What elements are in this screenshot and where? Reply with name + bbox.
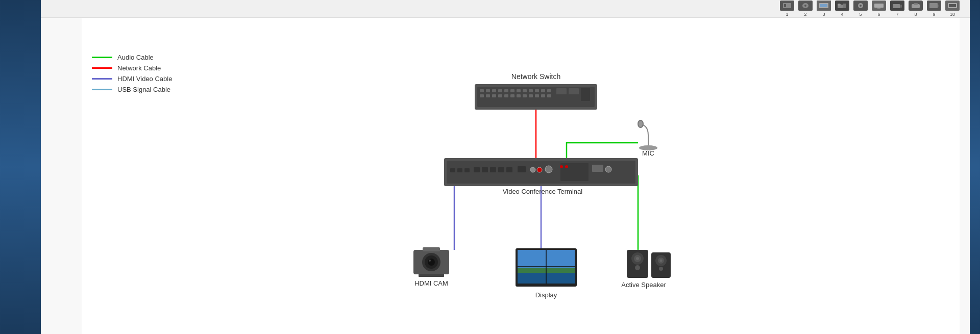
svg-rect-60 bbox=[560, 163, 589, 181]
device-icon-1[interactable]: 1 bbox=[780, 1, 794, 17]
diagram-svg: Network Switch MIC bbox=[82, 18, 960, 334]
svg-point-3 bbox=[804, 5, 806, 7]
cam-lens-reflection bbox=[429, 260, 431, 262]
svg-rect-54 bbox=[498, 167, 504, 172]
device-icon-6[interactable]: 6 bbox=[872, 1, 886, 17]
svg-rect-52 bbox=[482, 167, 488, 172]
svg-point-57 bbox=[530, 167, 535, 172]
svg-rect-51 bbox=[474, 167, 480, 172]
speaker-right-dustcap bbox=[660, 260, 663, 262]
svg-rect-45 bbox=[556, 88, 567, 94]
svg-rect-1 bbox=[784, 4, 786, 7]
network-switch-label: Network Switch bbox=[511, 72, 560, 81]
svg-rect-39 bbox=[517, 94, 521, 97]
svg-rect-46 bbox=[569, 88, 579, 94]
vct-label: Video Conference Terminal bbox=[503, 188, 582, 195]
svg-rect-63 bbox=[592, 165, 603, 172]
device-icon-2[interactable]: 2 bbox=[798, 1, 813, 17]
svg-rect-32 bbox=[547, 89, 551, 92]
svg-rect-5 bbox=[820, 4, 827, 7]
svg-rect-36 bbox=[498, 94, 502, 97]
svg-rect-14 bbox=[900, 5, 902, 8]
main-content: 1 2 3 4 bbox=[41, 0, 970, 334]
svg-rect-15 bbox=[912, 4, 920, 8]
cam-lens-inner bbox=[428, 259, 435, 266]
svg-rect-42 bbox=[535, 94, 539, 97]
svg-rect-12 bbox=[877, 8, 880, 9]
speaker-left-dustcap bbox=[636, 257, 639, 260]
mic-label: MIC bbox=[642, 149, 654, 157]
svg-rect-35 bbox=[492, 94, 496, 97]
svg-rect-26 bbox=[510, 89, 514, 92]
audio-speaker-line bbox=[607, 176, 638, 252]
svg-rect-37 bbox=[504, 94, 508, 97]
diagram-area: Audio Cable Network Cable HDMI Video Cab… bbox=[82, 18, 960, 334]
svg-rect-41 bbox=[529, 94, 533, 97]
speaker-left-tweeter bbox=[635, 265, 640, 270]
svg-rect-17 bbox=[929, 3, 938, 8]
svg-point-64 bbox=[605, 166, 611, 172]
svg-rect-34 bbox=[486, 94, 490, 97]
svg-point-10 bbox=[860, 5, 862, 7]
device-icon-3[interactable]: 3 bbox=[817, 1, 831, 17]
svg-rect-40 bbox=[523, 94, 527, 97]
svg-rect-29 bbox=[529, 89, 533, 92]
svg-rect-7 bbox=[843, 4, 846, 8]
svg-point-58 bbox=[537, 167, 542, 172]
svg-point-61 bbox=[560, 165, 563, 168]
svg-rect-43 bbox=[541, 94, 545, 97]
device-icon-9[interactable]: 9 bbox=[927, 1, 941, 17]
cam-base bbox=[419, 274, 444, 277]
device-icon-7[interactable]: 7 bbox=[890, 1, 904, 17]
svg-rect-31 bbox=[541, 89, 545, 92]
svg-rect-28 bbox=[523, 89, 527, 92]
svg-rect-53 bbox=[490, 167, 496, 172]
speaker-right-tweeter bbox=[659, 267, 663, 271]
svg-rect-50 bbox=[464, 168, 470, 172]
device-icon-8[interactable]: 8 bbox=[909, 1, 923, 17]
svg-rect-44 bbox=[547, 94, 551, 97]
left-sidebar bbox=[0, 0, 41, 334]
hdmi-cam-line bbox=[454, 184, 485, 250]
audio-mic-line bbox=[567, 143, 638, 161]
svg-rect-21 bbox=[480, 89, 484, 92]
svg-rect-49 bbox=[457, 168, 462, 172]
cam-mount bbox=[423, 247, 440, 251]
svg-rect-23 bbox=[492, 89, 496, 92]
svg-point-59 bbox=[545, 166, 552, 173]
svg-rect-56 bbox=[518, 166, 526, 172]
svg-rect-11 bbox=[874, 4, 884, 8]
svg-rect-25 bbox=[504, 89, 508, 92]
svg-rect-16 bbox=[914, 3, 918, 5]
svg-rect-18 bbox=[938, 5, 939, 7]
cam-label: HDMI CAM bbox=[414, 279, 448, 287]
svg-rect-47 bbox=[581, 88, 590, 101]
mic-head-grille bbox=[639, 121, 643, 127]
svg-rect-55 bbox=[506, 167, 512, 172]
top-bar: 1 2 3 4 bbox=[41, 0, 970, 18]
right-sidebar bbox=[970, 0, 980, 334]
device-icon-10[interactable]: 10 bbox=[945, 1, 960, 17]
svg-point-62 bbox=[565, 165, 568, 168]
speaker-label: Active Speaker bbox=[621, 281, 666, 289]
svg-rect-22 bbox=[486, 89, 490, 92]
svg-rect-48 bbox=[450, 168, 455, 172]
svg-point-8 bbox=[838, 4, 841, 6]
svg-rect-33 bbox=[480, 94, 484, 97]
svg-rect-13 bbox=[893, 4, 900, 8]
mic-arm bbox=[643, 125, 648, 135]
device-icon-5[interactable]: 5 bbox=[853, 1, 868, 17]
display-label: Display bbox=[535, 291, 557, 299]
svg-rect-20 bbox=[949, 4, 956, 7]
device-icons: 1 2 3 4 bbox=[780, 1, 960, 17]
svg-rect-27 bbox=[517, 89, 521, 92]
device-icon-4[interactable]: 4 bbox=[835, 1, 849, 17]
svg-rect-30 bbox=[535, 89, 539, 92]
svg-rect-38 bbox=[510, 94, 514, 97]
svg-rect-24 bbox=[498, 89, 502, 92]
